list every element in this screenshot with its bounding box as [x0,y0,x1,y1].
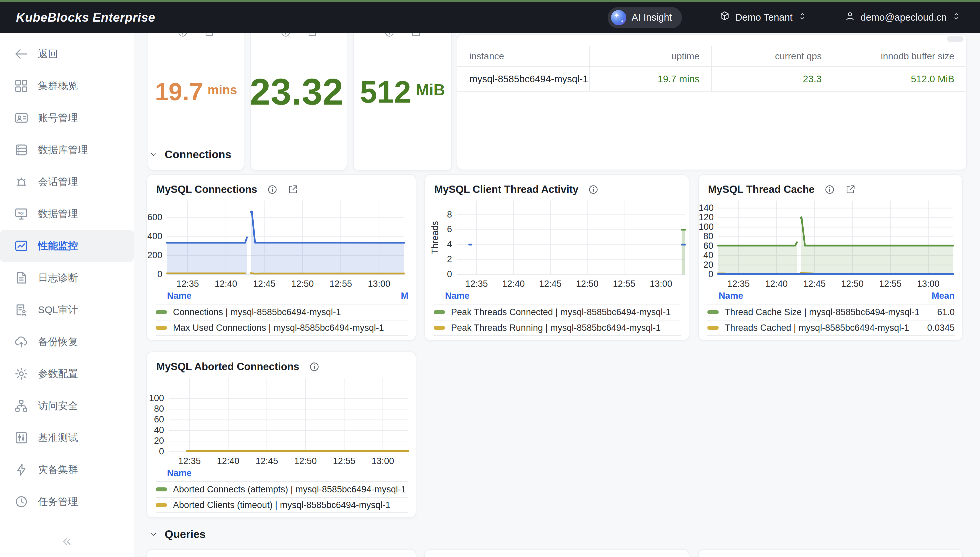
legend-swatch [434,310,445,314]
legend-name-column[interactable]: Name [167,468,192,478]
section-connections[interactable]: Connections [149,148,232,161]
legend-row[interactable]: Connections | mysql-8585bc6494-mysql-1 [156,304,408,320]
section-queries[interactable]: Queries [149,528,205,541]
sidebar-item-disaster-recovery[interactable]: 灾备集群 [0,454,134,486]
legend-mean-value: 0.0345 [927,323,955,333]
chart-line-icon [14,239,29,253]
info-icon[interactable] [267,184,278,195]
info-icon[interactable] [309,361,320,373]
stat-card-buffer: 512MiB [353,33,452,171]
sidebar-item-database-management[interactable]: 数据库管理 [0,134,134,166]
table-cell: mysql-8585bc6494-mysql-1 [457,67,590,91]
x-tick-label: 12:35 [170,279,206,289]
legend-row[interactable]: Max Used Connections | mysql-8585bc6494-… [156,320,408,336]
document-icon [14,270,29,285]
legend-row[interactable]: Threads Cached | mysql-8585bc6494-mysql-… [707,320,955,336]
main-content: 19.7mins 23.32 512MiB instanceuptimecurr… [134,33,980,557]
x-tick-label: 12:55 [872,279,909,289]
legend-row[interactable]: Aborted Clients (timeout) | mysql-8585bc… [156,497,408,513]
sidebar-item-task-management[interactable]: 任务管理 [0,486,134,518]
sidebar-item-backup-restore[interactable]: 备份恢复 [0,326,134,358]
chart-title: MySQL Aborted Connections [157,361,299,373]
legend-swatch [156,310,167,314]
sidebar-item-access-security[interactable]: 访问安全 [0,390,134,422]
chart-card-thread-cache: MySQL Thread Cache02040608010012014012:3… [698,174,963,341]
legend-mean-column[interactable]: M [401,291,409,301]
stat-card-qps: 23.32 [250,33,347,171]
instance-table: instanceuptimecurrent qpsinnodb buffer s… [457,46,966,91]
legend: Aborted Connects (attempts) | mysql-8585… [156,481,408,513]
sidebar-item-label: 参数配置 [38,367,78,381]
grid-icon [14,79,29,93]
sidebar-item-benchmark-testing[interactable]: 基准测试 [0,422,134,454]
y-tick-label: 40 [699,250,713,261]
legend: Thread Cache Size | mysql-8585bc6494-mys… [707,304,955,336]
sidebar-item-log-diagnosis[interactable]: 日志诊断 [0,262,134,294]
sidebar-item-parameter-configuration[interactable]: 参数配置 [0,358,134,390]
legend-mean-column[interactable]: Mean [932,291,955,301]
scrollbar-thumb[interactable] [947,36,964,42]
user-menu[interactable]: demo@apecloud.cn [844,10,961,24]
legend-name-column[interactable]: Name [167,291,192,301]
sidebar-item-back[interactable]: 返回 [0,38,134,70]
info-icon[interactable] [824,184,835,195]
y-tick-label: 0 [147,269,162,280]
top-accent-strip [0,0,980,2]
legend-row[interactable]: Peak Threads Connected | mysql-8585bc649… [434,304,682,320]
x-tick-label: 13:00 [642,279,679,289]
chart-card-thread-activity: MySQL Client Thread ActivityThreads02468… [424,174,689,341]
external-link-icon[interactable] [845,184,856,195]
legend-row[interactable]: Thread Cache Size | mysql-8585bc6494-mys… [707,304,955,320]
app-header: KubeBlocks Enterprise AI Insight Demo Te… [0,2,980,33]
x-tick-label: 12:55 [606,279,642,289]
x-tick-label: 12:50 [569,279,606,289]
svg-text:SQL: SQL [18,211,24,215]
y-tick-label: 0 [699,269,713,280]
y-tick-label: 400 [147,231,162,241]
legend-label: Peak Threads Connected | mysql-8585bc649… [451,307,671,318]
app-logo: KubeBlocks Enterprise [16,11,155,24]
sidebar-item-cluster-overview[interactable]: 集群概览 [0,70,134,102]
external-link-icon[interactable] [287,184,298,195]
gear-icon [14,366,29,381]
table-row[interactable]: mysql-8585bc6494-mysql-119.7 mins23.3512… [457,67,966,91]
sidebar-item-data-management[interactable]: SQL数据管理 [0,198,134,230]
x-tick-label: 12:35 [458,279,495,289]
legend-label: Peak Threads Running | mysql-8585bc6494-… [451,323,660,333]
sidebar-collapse-button[interactable] [60,535,74,550]
table-header-row: instanceuptimecurrent qpsinnodb buffer s… [457,46,966,67]
table-column-current-qps: current qps [712,46,834,67]
sidebar-item-label: 任务管理 [38,495,78,509]
y-tick-label: 60 [147,414,164,425]
sidebar-item-label: 数据库管理 [38,143,88,157]
chevron-down-icon [149,150,158,159]
chart-title: MySQL Connections [157,184,257,195]
table-column-instance: instance [457,46,590,67]
x-tick-label: 13:00 [361,279,397,289]
sidebar-item-label: 基准测试 [38,431,78,445]
legend-name-column[interactable]: Name [719,291,744,301]
table-cell: 23.3 [712,67,834,91]
x-tick-label: 12:45 [249,456,285,466]
tenant-selector[interactable]: Demo Tenant [719,10,807,24]
ai-insight-button[interactable]: AI Insight [608,7,682,28]
chart-plot [457,200,685,275]
chart-title: MySQL Thread Cache [708,184,815,195]
sidebar-item-session-management[interactable]: 会话管理 [0,166,134,198]
stat-value-qps: 23.32 [251,33,347,170]
sidebar-item-label: 会话管理 [38,175,78,189]
sidebar-item-account-management[interactable]: 账号管理 [0,102,134,134]
y-tick-label: 0 [147,446,164,457]
legend-swatch [156,503,167,507]
stat-value-buffer: 512MiB [354,33,451,170]
query-card-sliver [146,549,416,557]
info-icon[interactable] [588,184,599,195]
sidebar-item-sql-audit[interactable]: SQL审计 [0,294,134,326]
legend: Peak Threads Connected | mysql-8585bc649… [434,304,682,336]
ai-sparkle-icon [611,10,626,25]
legend-name-column[interactable]: Name [445,291,470,301]
legend-row[interactable]: Peak Threads Running | mysql-8585bc6494-… [434,320,682,336]
legend-row[interactable]: Aborted Connects (attempts) | mysql-8585… [156,481,408,497]
sidebar-item-performance-monitoring[interactable]: 性能监控 [0,230,134,262]
chart-plot [169,378,408,452]
